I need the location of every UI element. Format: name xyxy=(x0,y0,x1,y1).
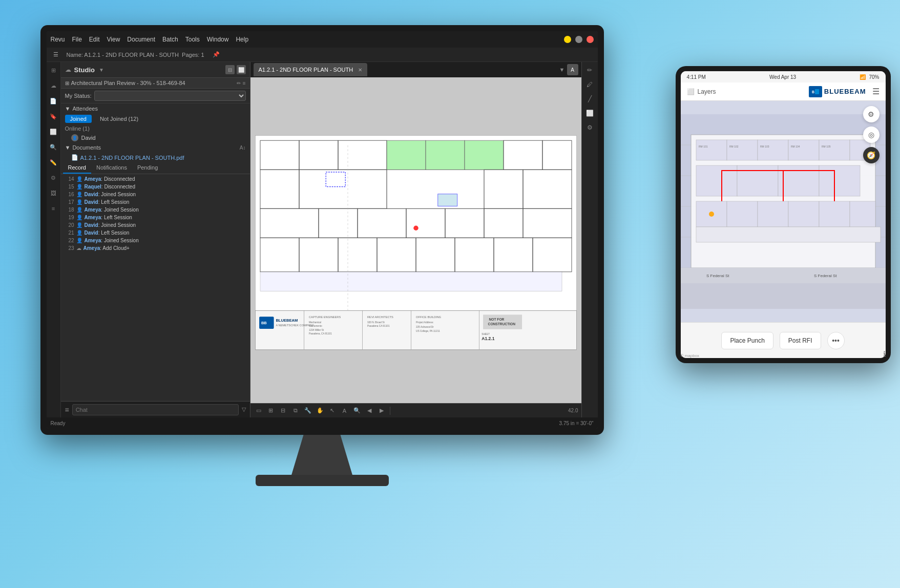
tablet-settings-fab[interactable]: ⚙ xyxy=(863,106,880,122)
pending-tab[interactable]: Pending xyxy=(132,162,163,174)
svg-text:A NEMETSCHEK COMPANY: A NEMETSCHEK COMPANY xyxy=(276,324,314,327)
studio-icons: ⊟ ⬜ xyxy=(225,65,246,74)
vt-nav-prev[interactable]: ◀ xyxy=(364,406,374,416)
maximize-button[interactable]: □ xyxy=(575,36,582,43)
svg-text:CAPTURE ENGINEERS: CAPTURE ENGINEERS xyxy=(309,316,341,319)
tablet-device: 4:11 PM Wed Apr 13 📶 70% ⬜ Layers xyxy=(676,66,891,363)
tablet-body: 4:11 PM Wed Apr 13 📶 70% ⬜ Layers xyxy=(676,66,891,363)
doc-icon: 📄 xyxy=(71,154,78,161)
tab-dropdown-icon[interactable]: ▼ xyxy=(559,67,565,73)
rail-settings-icon[interactable]: ⚙ xyxy=(48,173,58,183)
tab-close-icon[interactable]: ✕ xyxy=(358,67,362,73)
svg-text:Project Address:: Project Address: xyxy=(416,321,434,324)
tablet-statusbar: 4:11 PM Wed Apr 13 📶 70% xyxy=(681,71,886,82)
post-rfi-button[interactable]: Post RFI xyxy=(780,332,821,349)
menu-batch[interactable]: Batch xyxy=(162,36,178,43)
vt-tools-icon[interactable]: 🔧 xyxy=(303,406,313,416)
rail-bookmarks-icon[interactable]: 🔖 xyxy=(48,111,58,121)
joined-tab[interactable]: Joined xyxy=(65,115,92,123)
minimize-button[interactable]: ─ xyxy=(564,36,571,43)
rail-search-icon[interactable]: 🔍 xyxy=(48,142,58,152)
vt-cursor-icon[interactable]: ↖ xyxy=(327,406,338,416)
log-item-23: 23 ☁ Ameya: Add Cloud+ xyxy=(61,244,250,252)
status-select[interactable] xyxy=(94,91,245,101)
log-item-22: 22 👤 Ameya: Joined Session xyxy=(61,237,250,244)
svg-text:RM 105: RM 105 xyxy=(822,145,831,148)
vt-text-icon[interactable]: A xyxy=(340,406,350,416)
svg-text:S Federal St: S Federal St xyxy=(706,274,729,278)
toolbar-pin-icon[interactable]: 📌 xyxy=(210,50,222,59)
svg-text:RM 102: RM 102 xyxy=(729,145,739,148)
monitor-body: Revu File Edit View Document Batch Tools… xyxy=(40,25,604,435)
menu-revu[interactable]: Revu xyxy=(51,36,65,43)
log-icon-19: 👤 xyxy=(76,215,82,220)
more-options-button[interactable]: ••• xyxy=(827,332,845,349)
rail-markup-icon[interactable]: ✏️ xyxy=(48,157,58,167)
svg-rect-87 xyxy=(819,201,850,227)
close-button[interactable]: ✕ xyxy=(587,36,594,43)
tablet-info-icon[interactable]: ℹ xyxy=(883,350,886,358)
vt-hand-icon[interactable]: ✋ xyxy=(315,406,325,416)
chat-filter-icon[interactable]: ▽ xyxy=(242,406,246,413)
record-tab[interactable]: Record xyxy=(63,162,91,174)
documents-header[interactable]: ▼ Documents A↕ xyxy=(61,142,250,153)
tablet-map[interactable]: RM 101 RM 102 RM 103 RM 104 RM 105 S Fed… xyxy=(681,101,886,322)
not-joined-tab[interactable]: Not Joined (12) xyxy=(95,115,143,123)
tablet-compass-fab[interactable]: 🧭 xyxy=(863,147,880,163)
vt-copy-icon[interactable]: ⧉ xyxy=(290,406,301,416)
log-item-20: 20 👤 David: Joined Session xyxy=(61,221,250,229)
vt-zoom-icon[interactable]: 🔍 xyxy=(352,406,362,416)
document-toolbar: ☰ Name: A1.2.1 - 2ND FLOOR PLAN - SOUTH … xyxy=(47,48,598,62)
menu-tools[interactable]: Tools xyxy=(185,36,200,43)
blueprint-svg: BB BLUEBEAM A NEMETSCHEK COMPANY CAPTURE… xyxy=(250,77,581,403)
menu-file[interactable]: File xyxy=(72,36,82,43)
rp-pencil-icon[interactable]: ✏ xyxy=(584,65,595,75)
rail-layers-icon[interactable]: ⬜ xyxy=(48,127,58,137)
rail-chat-list-icon[interactable]: ≡ xyxy=(48,203,58,214)
svg-text:RM 101: RM 101 xyxy=(699,145,708,148)
studio-icon-2[interactable]: ⬜ xyxy=(237,65,246,74)
activity-log: 14 👤 Ameya: Disconnected 15 👤 Raquel: Di… xyxy=(61,174,250,401)
vt-grid-icon[interactable]: ⊞ xyxy=(266,406,276,416)
attendees-header[interactable]: ▼ Attendees xyxy=(61,103,250,114)
vt-split-icon[interactable]: ⊟ xyxy=(278,406,288,416)
doc-item-floor-plan[interactable]: 📄 A1.2.1 - 2ND FLOOR PLAN - SOUTH.pdf xyxy=(61,153,250,162)
svg-text:S Federal St: S Federal St xyxy=(814,274,837,278)
menu-window[interactable]: Window xyxy=(207,36,229,43)
viewer-column: A1.2.1 - 2ND FLOOR PLAN - SOUTH ✕ ▼ A xyxy=(250,62,581,417)
chat-input[interactable] xyxy=(72,404,239,415)
studio-icon-1[interactable]: ⊟ xyxy=(225,65,235,74)
notifications-tab[interactable]: Notifications xyxy=(91,162,132,174)
tab-pages-icon[interactable]: A xyxy=(567,64,578,75)
rail-pages-icon[interactable]: 📄 xyxy=(48,96,58,106)
svg-rect-89 xyxy=(696,227,881,242)
log-item-21: 21 👤 David: Left Session xyxy=(61,229,250,237)
rail-studio-icon[interactable]: ☁ xyxy=(48,80,58,91)
svg-rect-5 xyxy=(426,140,465,170)
rp-shape-icon[interactable]: ⬜ xyxy=(584,108,595,118)
log-icon-18: 👤 xyxy=(76,207,82,213)
doc-sort-icon[interactable]: A↕ xyxy=(240,145,246,151)
rp-line-icon[interactable]: ╱ xyxy=(584,94,595,104)
vt-nav-next[interactable]: ▶ xyxy=(376,406,387,416)
svg-text:OFFICE BUILDING: OFFICE BUILDING xyxy=(416,316,441,319)
studio-sidebar: ☁ Studio ▼ ⊟ ⬜ ⊞ Architectural Plan Revi… xyxy=(61,62,250,417)
menu-help[interactable]: Help xyxy=(236,36,248,43)
log-icon-20: 👤 xyxy=(76,222,82,228)
rp-pen-icon[interactable]: 🖊 xyxy=(584,79,595,90)
tablet-menu-icon[interactable]: ☰ xyxy=(872,87,880,96)
rail-grid-icon[interactable]: ⊞ xyxy=(48,65,58,75)
toolbar-icon-menu[interactable]: ☰ xyxy=(51,50,61,59)
documents-section: ▼ Documents A↕ 📄 A1.2.1 - 2ND FLOOR PLAN… xyxy=(61,142,250,162)
menu-view[interactable]: View xyxy=(107,36,120,43)
vt-rect-icon[interactable]: ▭ xyxy=(254,406,264,416)
menu-document[interactable]: Document xyxy=(127,36,155,43)
rp-gear-icon[interactable]: ⚙ xyxy=(584,122,595,133)
tab-floor-plan[interactable]: A1.2.1 - 2ND FLOOR PLAN - SOUTH ✕ xyxy=(254,63,368,76)
rail-thumbnail-icon[interactable]: 🖼 xyxy=(48,188,58,198)
svg-rect-74 xyxy=(788,140,819,160)
place-punch-button[interactable]: Place Punch xyxy=(721,332,773,349)
menu-edit[interactable]: Edit xyxy=(89,36,100,43)
session-edit-icon[interactable]: ✏ xyxy=(237,80,241,86)
tablet-location-fab[interactable]: ◎ xyxy=(863,127,880,143)
